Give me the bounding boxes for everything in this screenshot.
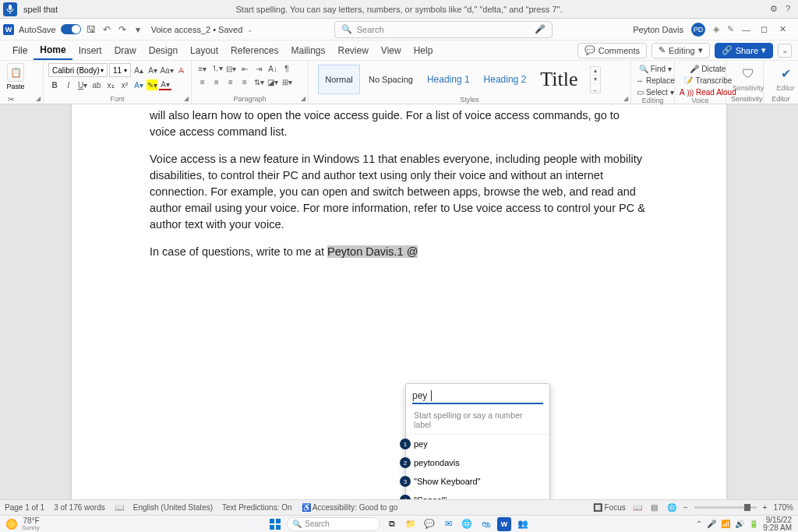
tab-help[interactable]: Help xyxy=(408,42,440,59)
justify-icon[interactable]: ≡ xyxy=(238,76,251,87)
spell-option-4[interactable]: 4"Cancel" xyxy=(406,491,549,499)
paragraph-3[interactable]: In case of questions, write to me at Pey… xyxy=(150,244,648,260)
user-avatar[interactable]: PD xyxy=(691,23,705,37)
ribbon-collapse-button[interactable]: ⌄ xyxy=(778,44,792,58)
focus-mode[interactable]: 🔲 Focus xyxy=(593,503,626,512)
document-page[interactable]: will also learn how to open the voice ac… xyxy=(72,104,726,499)
styles-launcher-icon[interactable]: ◢ xyxy=(623,95,628,102)
font-launcher-icon[interactable]: ◢ xyxy=(184,95,189,102)
page-count[interactable]: Page 1 of 1 xyxy=(5,503,44,512)
undo-icon[interactable]: ↶ xyxy=(101,24,112,35)
clipboard-launcher-icon[interactable]: ◢ xyxy=(36,95,41,102)
print-layout-icon[interactable]: ▤ xyxy=(649,502,660,513)
zoom-slider[interactable] xyxy=(694,506,757,509)
increase-indent-icon[interactable]: ⇥ xyxy=(252,63,265,74)
spell-option-1[interactable]: 1pey xyxy=(406,435,549,453)
tab-home[interactable]: Home xyxy=(34,41,72,60)
bold-icon[interactable]: B xyxy=(48,79,61,90)
tab-draw[interactable]: Draw xyxy=(108,42,143,59)
user-name[interactable]: Peyton Davis xyxy=(633,25,683,34)
sort-icon[interactable]: A↓ xyxy=(267,63,279,74)
style-normal[interactable]: Normal xyxy=(318,65,360,94)
tab-layout[interactable]: Layout xyxy=(184,42,224,59)
mic-tray-icon[interactable]: 🎤 xyxy=(707,520,716,528)
tab-view[interactable]: View xyxy=(375,42,408,59)
document-area[interactable]: will also learn how to open the voice ac… xyxy=(0,104,798,499)
paste-button[interactable]: 📋 Paste xyxy=(5,63,26,90)
autosave-toggle[interactable] xyxy=(61,24,81,34)
shading-icon[interactable]: ◪▾ xyxy=(267,76,279,87)
paragraph-1[interactable]: will also learn how to open the voice ac… xyxy=(150,107,648,140)
store-icon[interactable]: 🛍 xyxy=(478,517,493,531)
tab-review[interactable]: Review xyxy=(332,42,375,59)
italic-icon[interactable]: I xyxy=(62,79,75,90)
mic-in-search-icon[interactable]: 🎤 xyxy=(535,24,546,34)
language-status[interactable]: English (United States) xyxy=(133,503,213,512)
change-case-icon[interactable]: Aa▾ xyxy=(161,65,173,76)
wifi-icon[interactable]: 📶 xyxy=(721,520,730,528)
multilevel-icon[interactable]: ⊟▾ xyxy=(224,63,237,74)
redo-icon[interactable]: ↷ xyxy=(117,24,128,35)
show-marks-icon[interactable]: ¶ xyxy=(281,63,293,74)
font-name-combo[interactable]: Calibri (Body)▾ xyxy=(48,63,108,77)
spellcheck-icon[interactable]: 📖 xyxy=(115,503,124,512)
tab-insert[interactable]: Insert xyxy=(72,42,108,59)
underline-icon[interactable]: U▾ xyxy=(76,79,89,90)
spell-input[interactable]: pey xyxy=(412,389,543,404)
style-title[interactable]: Title xyxy=(535,65,583,94)
tab-mailings[interactable]: Mailings xyxy=(284,42,331,59)
diamond-icon[interactable]: ◈ xyxy=(713,24,719,34)
maximize-button[interactable]: ◻ xyxy=(761,24,772,34)
superscript-icon[interactable]: x² xyxy=(118,79,131,90)
tab-references[interactable]: References xyxy=(224,42,284,59)
borders-icon[interactable]: ⊞▾ xyxy=(281,76,293,87)
search-box[interactable]: 🔍 Search 🎤 xyxy=(334,21,553,38)
battery-icon[interactable]: 🔋 xyxy=(749,520,758,528)
qat-dropdown-icon[interactable]: ▾ xyxy=(132,24,143,35)
word-count[interactable]: 3 of 176 words xyxy=(54,503,105,512)
comments-button[interactable]: 💬 Comments xyxy=(577,43,647,58)
edge-icon[interactable]: 🌐 xyxy=(460,517,474,531)
style-heading2[interactable]: Heading 2 xyxy=(478,65,532,94)
replace-button[interactable]: ↔ Replace xyxy=(636,76,675,85)
web-layout-icon[interactable]: 🌐 xyxy=(666,502,677,513)
align-left-icon[interactable]: ≡ xyxy=(196,76,209,87)
weather-widget[interactable]: 78°F Sunny xyxy=(0,517,40,531)
dictate-button[interactable]: 🎤 Dictate xyxy=(690,65,726,73)
settings-gear-icon[interactable]: ⚙ xyxy=(770,4,778,14)
start-button[interactable] xyxy=(268,517,282,531)
font-size-combo[interactable]: 11▾ xyxy=(109,63,131,77)
zoom-in-icon[interactable]: + xyxy=(763,503,768,512)
styles-scroll[interactable]: ▴▾⎯ xyxy=(590,66,601,93)
spell-option-2[interactable]: 2peytondavis xyxy=(406,453,549,472)
line-spacing-icon[interactable]: ⇅▾ xyxy=(252,76,265,87)
tab-design[interactable]: Design xyxy=(143,42,184,59)
shrink-font-icon[interactable]: A▾ xyxy=(147,65,159,76)
mail-icon[interactable]: ✉ xyxy=(441,517,455,531)
editing-mode-button[interactable]: ✎ Editing ▾ xyxy=(651,43,710,58)
strikethrough-icon[interactable]: ab xyxy=(90,79,103,90)
close-button[interactable]: ✕ xyxy=(779,24,790,34)
style-heading1[interactable]: Heading 1 xyxy=(422,65,475,94)
explorer-icon[interactable]: 📁 xyxy=(404,517,418,531)
spell-option-3[interactable]: 3"Show Keyboard" xyxy=(406,472,549,491)
document-title[interactable]: Voice access_2 • Saved xyxy=(151,25,243,34)
decrease-indent-icon[interactable]: ⇤ xyxy=(238,63,251,74)
align-center-icon[interactable]: ≡ xyxy=(210,76,223,87)
style-no-spacing[interactable]: No Spacing xyxy=(363,65,418,94)
numbering-icon[interactable]: ⒈▾ xyxy=(210,63,223,74)
clear-format-icon[interactable]: A̶ xyxy=(175,65,187,76)
highlight-icon[interactable]: ✎▾ xyxy=(147,79,157,90)
editor-button[interactable]: ✔ Editor xyxy=(768,63,798,95)
bullets-icon[interactable]: ≡▾ xyxy=(196,63,209,74)
microphone-icon[interactable] xyxy=(3,2,17,16)
read-mode-icon[interactable]: 📖 xyxy=(632,502,643,513)
zoom-out-icon[interactable]: − xyxy=(683,503,688,512)
align-right-icon[interactable]: ≡ xyxy=(224,76,237,87)
cut-icon[interactable]: ✂ xyxy=(5,93,17,104)
clock[interactable]: 9/15/22 9:28 AM xyxy=(763,516,792,532)
pen-icon[interactable]: ✎ xyxy=(727,24,734,34)
tray-chevron-icon[interactable]: ⌃ xyxy=(696,520,702,528)
subscript-icon[interactable]: x₂ xyxy=(104,79,117,90)
select-button[interactable]: ▭ Select ▾ xyxy=(637,88,674,97)
